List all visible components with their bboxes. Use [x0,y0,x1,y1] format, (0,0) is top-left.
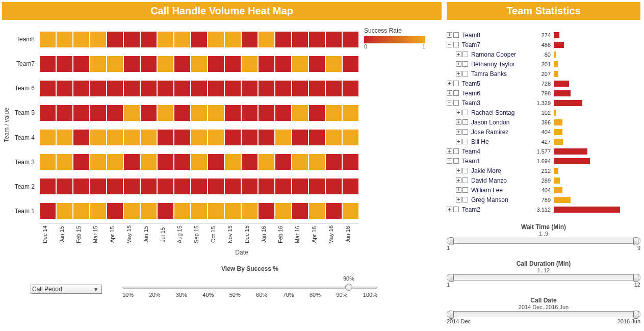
heatmap-cell[interactable] [326,56,342,72]
heatmap-cell[interactable] [124,56,140,72]
heatmap-cell[interactable] [343,179,358,194]
checkbox-icon[interactable] [453,148,459,154]
expand-icon[interactable]: + [456,168,461,173]
call-period-dropdown[interactable]: Call Period ▼ [31,285,102,294]
heatmap-cell[interactable] [309,130,325,145]
heatmap-cell[interactable] [225,81,241,96]
heatmap-cell[interactable] [124,154,140,170]
heatmap-cell[interactable] [90,81,106,96]
checkbox-icon[interactable] [462,139,468,144]
heatmap-cell[interactable] [259,203,274,219]
heatmap-cell[interactable] [275,203,291,219]
expand-icon[interactable]: + [447,32,452,38]
tree-row[interactable]: −Team31.329 [447,98,640,108]
heatmap-cell[interactable] [225,105,241,121]
expand-icon[interactable]: + [456,139,461,144]
heatmap-cell[interactable] [124,32,140,47]
heatmap-cell[interactable] [259,56,274,72]
expand-icon[interactable]: + [456,129,461,135]
heatmap-cell[interactable] [225,32,241,47]
tree-row[interactable]: −Team7488 [447,40,640,49]
heatmap-cell[interactable] [275,56,291,72]
heatmap-cell[interactable] [275,154,291,170]
heatmap-cell[interactable] [242,56,257,72]
heatmap-cell[interactable] [292,81,308,96]
slider-thumb-min[interactable] [449,274,454,282]
heatmap-cell[interactable] [208,130,224,145]
heatmap-cell[interactable] [124,105,140,121]
expand-icon[interactable]: + [447,207,452,212]
checkbox-icon[interactable] [453,100,459,106]
heatmap-cell[interactable] [343,130,358,145]
checkbox-icon[interactable] [462,61,468,67]
checkbox-icon[interactable] [462,177,468,183]
heatmap-cell[interactable] [225,154,241,170]
expand-icon[interactable]: + [456,177,461,183]
heatmap-cell[interactable] [343,105,358,121]
heatmap-cell[interactable] [309,81,325,96]
heatmap-cell[interactable] [90,32,106,47]
expand-icon[interactable]: + [456,61,461,67]
heatmap-cell[interactable] [124,179,140,194]
checkbox-icon[interactable] [462,71,468,77]
heatmap-cell[interactable] [40,105,56,121]
heatmap-cell[interactable] [292,32,308,47]
heatmap-cell[interactable] [326,105,342,121]
heatmap-cell[interactable] [141,81,157,96]
expand-icon[interactable]: + [456,110,461,115]
heatmap-cell[interactable] [174,130,190,145]
heatmap-cell[interactable] [275,32,291,47]
heatmap-cell[interactable] [191,105,207,121]
heatmap-cell[interactable] [57,154,72,170]
heatmap-cell[interactable] [73,56,89,72]
slider-thumb-max[interactable] [633,237,638,245]
checkbox-icon[interactable] [462,52,468,57]
heatmap-cell[interactable] [292,203,308,219]
heatmap-cell[interactable] [158,105,173,121]
heatmap-cell[interactable] [73,32,89,47]
heatmap-cell[interactable] [57,130,72,145]
heatmap-cell[interactable] [57,81,72,96]
heatmap-cell[interactable] [90,154,106,170]
heatmap-cell[interactable] [309,203,325,219]
heatmap-cell[interactable] [292,154,308,170]
heatmap-cell[interactable] [158,56,173,72]
heatmap-cell[interactable] [191,154,207,170]
checkbox-icon[interactable] [462,197,468,202]
tree-row[interactable]: +Jason London396 [456,117,640,127]
heatmap-cell[interactable] [107,179,123,194]
heatmap-cell[interactable] [275,130,291,145]
heatmap-cell[interactable] [57,179,72,194]
heatmap-cell[interactable] [275,105,291,121]
heatmap-cell[interactable] [242,32,257,47]
heatmap-cell[interactable] [90,105,106,121]
heatmap-cell[interactable] [275,179,291,194]
heatmap-cell[interactable] [40,130,56,145]
expand-icon[interactable]: + [447,81,452,86]
heatmap-cell[interactable] [225,56,241,72]
heatmap-cell[interactable] [73,81,89,96]
heatmap-cell[interactable] [174,81,190,96]
heatmap-cell[interactable] [292,130,308,145]
heatmap-cell[interactable] [141,105,157,121]
heatmap-cell[interactable] [57,56,72,72]
heatmap-cell[interactable] [57,105,72,121]
checkbox-icon[interactable] [462,129,468,135]
tree-row[interactable]: +David Manzo289 [456,175,640,185]
heatmap-cell[interactable] [73,203,89,219]
heatmap-cell[interactable] [57,203,72,219]
collapse-icon[interactable]: − [447,100,452,106]
heatmap-cell[interactable] [309,179,325,194]
heatmap-cell[interactable] [57,32,72,47]
heatmap-cell[interactable] [191,203,207,219]
collapse-icon[interactable]: − [447,42,452,47]
heatmap-cell[interactable] [343,32,358,47]
tree-row[interactable]: +William Lee404 [456,185,640,195]
heatmap-cell[interactable] [225,179,241,194]
heatmap-cell[interactable] [259,154,274,170]
heatmap-cell[interactable] [40,56,56,72]
heatmap-cell[interactable] [141,56,157,72]
checkbox-icon[interactable] [453,207,459,212]
heatmap-cell[interactable] [259,105,274,121]
heatmap-cell[interactable] [90,203,106,219]
